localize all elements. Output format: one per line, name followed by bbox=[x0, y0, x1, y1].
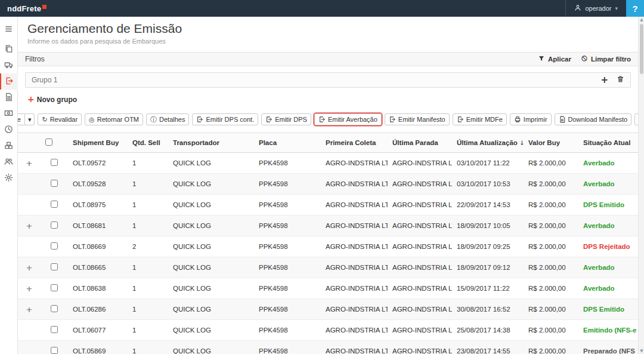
cell-transportador: QUICK LOG bbox=[168, 278, 254, 299]
row-checkbox[interactable] bbox=[51, 326, 58, 333]
new-group-button[interactable]: + Novo grupo bbox=[27, 95, 77, 104]
button-label: Download Manifesto bbox=[568, 116, 628, 123]
cell-ultima-atualizacao: 30/08/2017 16:52 bbox=[452, 299, 524, 320]
button-label: Imprimir bbox=[524, 116, 547, 123]
info-icon: ⓘ bbox=[150, 116, 157, 123]
button-label: Emitir MDFe bbox=[466, 116, 503, 123]
users-icon bbox=[4, 157, 13, 168]
refresh-icon: ↻ bbox=[42, 116, 47, 123]
imprimir-button[interactable]: Imprimir bbox=[510, 113, 552, 125]
delete-group-button[interactable] bbox=[617, 75, 624, 85]
row-checkbox[interactable] bbox=[51, 284, 58, 291]
column-header-valor-buy[interactable]: Valor Buy bbox=[524, 133, 578, 153]
sidebar-item-emission[interactable] bbox=[0, 73, 18, 90]
sidebar-item-reports[interactable] bbox=[0, 90, 18, 106]
cell-qtd-sell: 1 bbox=[128, 174, 168, 195]
cell-ultima-atualizacao: 18/09/2017 09:25 bbox=[452, 236, 524, 257]
emit-icon bbox=[457, 116, 464, 123]
cell-ultima-atualizacao: 23/08/2017 14:55 bbox=[452, 341, 524, 354]
cell-shipment-buy: OLT.08665 bbox=[68, 257, 128, 278]
sidebar-item-menu[interactable] bbox=[0, 21, 18, 38]
cancelar-embarque-dropdown-toggle[interactable]: ▾ bbox=[25, 113, 35, 125]
cell-situacao-atual: DPS Emitido bbox=[578, 299, 638, 320]
detalhes-button-group: ⓘDetalhes bbox=[146, 113, 189, 125]
expand-cell: + bbox=[18, 299, 41, 320]
row-checkbox[interactable] bbox=[51, 347, 58, 354]
scroll-down-icon[interactable]: ▼ bbox=[639, 348, 644, 354]
column-header-situacao-atual[interactable]: Situação Atual bbox=[578, 133, 638, 153]
cell-ultima-parada: AGRO-INDSTRIA LTDA. bbox=[388, 216, 452, 236]
emit-icon bbox=[389, 116, 396, 123]
apply-filter-button[interactable]: Aplicar bbox=[538, 55, 571, 63]
column-header-placa[interactable]: Placa bbox=[254, 133, 321, 153]
select-all-checkbox[interactable] bbox=[45, 138, 52, 146]
expand-row-icon[interactable]: + bbox=[26, 305, 33, 314]
brand-logo[interactable]: nddFrete bbox=[7, 4, 47, 13]
expand-row-icon[interactable]: + bbox=[26, 159, 33, 168]
column-header-ultima-atualizacao[interactable]: Última Atualização ↓ bbox=[452, 133, 524, 153]
clear-filter-button[interactable]: Limpar filtro bbox=[581, 55, 631, 63]
cell-valor-buy: R$ 2.000,00 bbox=[524, 320, 578, 341]
row-checkbox[interactable] bbox=[51, 180, 58, 187]
menu-icon bbox=[4, 24, 13, 35]
add-filter-button[interactable]: + bbox=[600, 76, 608, 85]
emitir-dps-cont-button[interactable]: Emitir DPS cont. bbox=[192, 113, 258, 125]
detalhes-button[interactable]: ⓘDetalhes bbox=[146, 113, 189, 125]
cell-ultima-atualizacao: 15/09/2017 11:22 bbox=[452, 278, 524, 299]
sidebar-item-billing[interactable] bbox=[0, 106, 18, 122]
download-manifesto-button[interactable]: Download Manifesto bbox=[555, 113, 632, 125]
filter-group-name: Grupo 1 bbox=[32, 76, 57, 84]
expand-row-icon[interactable]: + bbox=[26, 221, 33, 230]
cancelar-embarque-button[interactable]: ×Cancelar embarque bbox=[18, 113, 25, 125]
expand-cell bbox=[18, 236, 41, 257]
column-header-shipment-buy[interactable]: Shipment Buy bbox=[68, 133, 128, 153]
cell-ultima-parada: AGRO-INDSTRIA LTDA. bbox=[388, 236, 452, 257]
printer-icon bbox=[514, 116, 521, 123]
cell-ultima-parada: AGRO-INDSTRIA LTDA. bbox=[388, 153, 452, 174]
cell-primeira-coleta: AGRO-INDSTRIA LTDA. bbox=[321, 153, 388, 174]
revalidar-button[interactable]: ↻Revalidar bbox=[38, 113, 82, 125]
row-checkbox[interactable] bbox=[51, 221, 58, 229]
row-checkbox[interactable] bbox=[51, 263, 58, 270]
sidebar-item-packages[interactable] bbox=[0, 138, 18, 154]
scroll-up-icon[interactable]: ▲ bbox=[639, 17, 644, 23]
button-label: Emitir DPS bbox=[275, 116, 307, 123]
emitir-dps-button[interactable]: Emitir DPS bbox=[261, 113, 311, 125]
sidebar-item-fleet[interactable] bbox=[0, 57, 18, 73]
retornar-otm-button[interactable]: ◎Retornar OTM bbox=[85, 113, 143, 125]
row-checkbox[interactable] bbox=[51, 242, 58, 250]
emitir-manifesto-button[interactable]: Emitir Manifesto bbox=[385, 113, 450, 125]
column-header-qtd-sell[interactable]: Qtd. Sell bbox=[128, 133, 168, 153]
expand-row-icon[interactable]: + bbox=[26, 263, 33, 272]
cell-situacao-atual: Averbado bbox=[578, 278, 638, 299]
plus-icon: + bbox=[600, 76, 608, 85]
row-checkbox[interactable] bbox=[51, 159, 58, 166]
emitir-averbacao-button[interactable]: Emitir Averbação bbox=[314, 113, 382, 125]
sidebar-item-documents[interactable] bbox=[0, 41, 18, 57]
ban-icon bbox=[581, 55, 588, 63]
emitir-dps-cont-button-group: Emitir DPS cont. bbox=[192, 113, 258, 125]
help-button[interactable]: ? bbox=[626, 0, 644, 17]
column-header-primeira-coleta[interactable]: Primeira Coleta bbox=[321, 133, 388, 153]
cell-ultima-atualizacao: 18/09/2017 10:05 bbox=[452, 216, 524, 236]
column-header-ultima-parada[interactable]: Última Parada bbox=[388, 133, 452, 153]
row-checkbox[interactable] bbox=[51, 201, 58, 208]
chevron-down-icon: ▾ bbox=[615, 6, 618, 11]
table-row: OLT.086692QUICK LOGPPK4598AGRO-INDSTRIA … bbox=[18, 236, 638, 257]
cell-transportador: QUICK LOG bbox=[168, 299, 254, 320]
column-header-transportador[interactable]: Transportador bbox=[168, 133, 254, 153]
filter-group-row[interactable]: Grupo 1 + bbox=[25, 72, 631, 88]
scrollbar-thumb[interactable] bbox=[640, 24, 643, 74]
vertical-scrollbar[interactable]: ▲ ▼ bbox=[638, 17, 644, 354]
expand-row-icon[interactable]: + bbox=[26, 284, 33, 293]
sidebar-item-history[interactable] bbox=[0, 122, 18, 138]
user-menu[interactable]: operador ▾ bbox=[565, 0, 626, 17]
sidebar-item-users[interactable] bbox=[0, 154, 18, 170]
row-checkbox[interactable] bbox=[51, 305, 58, 312]
sidebar-item-settings[interactable] bbox=[0, 170, 18, 186]
cell-shipment-buy: OLT.06286 bbox=[68, 299, 128, 320]
cell-shipment-buy: OLT.09572 bbox=[68, 153, 128, 174]
emitir-mdfe-button[interactable]: Emitir MDFe bbox=[453, 113, 507, 125]
cell-valor-buy: R$ 2.000,00 bbox=[524, 341, 578, 354]
cell-ultima-parada: AGRO-INDSTRIA LTDA. bbox=[388, 278, 452, 299]
